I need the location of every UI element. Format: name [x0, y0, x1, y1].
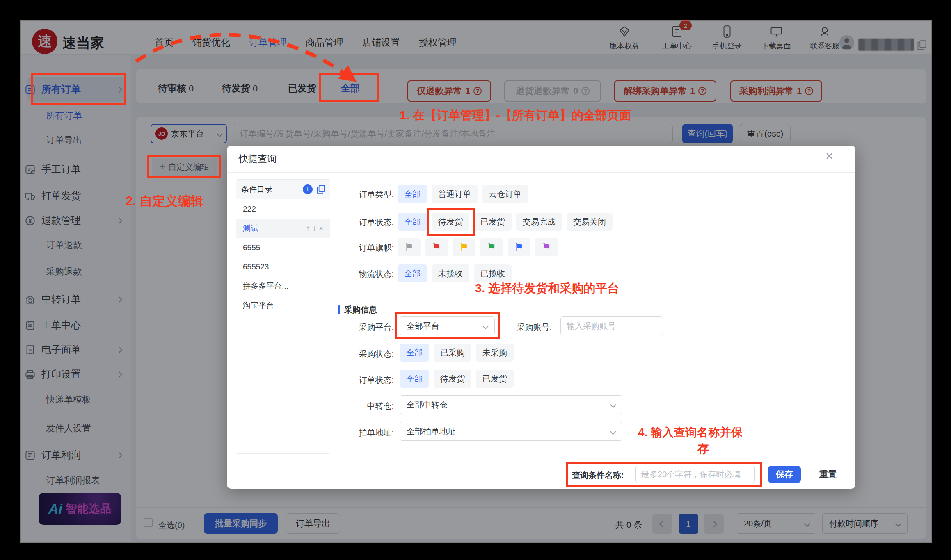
modal-reset-button[interactable]: 重置: [812, 466, 844, 483]
purchase-info-section: 采购信息: [338, 304, 377, 315]
order-type-label: 订单类型:: [340, 189, 394, 200]
move-up-icon[interactable]: ↑: [306, 224, 310, 233]
option-shipped[interactable]: 已发货: [474, 213, 512, 231]
logistics-status-label: 物流状态:: [340, 269, 394, 280]
option-trade-closed[interactable]: 交易关闭: [567, 213, 613, 231]
option-all[interactable]: 全部: [398, 213, 427, 231]
flag-red-icon[interactable]: ⚑: [425, 238, 448, 256]
annotation-box-all-orders: [31, 73, 126, 105]
condition-catalog-panel: 条件目录 + 222 测试 ↑ ↓ × 6555 655523 拼多多平台...…: [236, 179, 330, 454]
purchase-platform-label: 采购平台:: [340, 322, 394, 333]
close-icon[interactable]: ×: [825, 148, 833, 164]
option-trade-complete[interactable]: 交易完成: [516, 213, 562, 231]
add-condition-icon[interactable]: +: [303, 184, 313, 194]
option-all[interactable]: 全部: [398, 264, 427, 282]
order-type-options: 全部 普通订单 云仓订单: [398, 185, 528, 203]
purchase-status-label: 采购状态:: [340, 348, 394, 360]
annotation-step2: 2. 自定义编辑: [126, 193, 203, 210]
option-pending-ship[interactable]: 待发货: [434, 370, 471, 388]
screenshot-stage: 速 速当家 首页 铺货优化 订单管理 商品管理 店铺设置 授权管理 版本权益 2…: [0, 0, 951, 560]
purchase-account-label: 采购账号:: [503, 322, 552, 333]
flag-blue-icon[interactable]: ⚑: [508, 238, 530, 256]
option-normal-order[interactable]: 普通订单: [432, 185, 478, 203]
annotation-step3: 3. 选择待发货和采购的平台: [475, 280, 619, 297]
delete-icon[interactable]: ×: [319, 224, 323, 233]
transit-warehouse-label: 中转仓:: [340, 401, 394, 412]
option-purchased[interactable]: 已采购: [434, 344, 471, 362]
purchase-account-input[interactable]: [560, 316, 663, 335]
order-flag-label: 订单旗帜:: [340, 242, 394, 253]
copy-doc-icon[interactable]: [317, 185, 325, 194]
annotation-step4-line2: 存: [697, 441, 709, 457]
purchase-order-status-options: 全部 待发货 已发货: [400, 370, 514, 388]
transit-warehouse-select[interactable]: 全部中转仓: [400, 395, 622, 414]
order-address-label: 拍单地址:: [340, 427, 394, 438]
annotation-step4-line1: 4. 输入查询名称并保: [638, 425, 743, 440]
annotation-box-pending-ship: [427, 208, 475, 236]
purchase-order-status-label: 订单状态:: [340, 375, 394, 386]
option-not-purchased[interactable]: 未采购: [476, 344, 514, 362]
option-not-collected[interactable]: 未揽收: [432, 264, 469, 282]
option-all[interactable]: 全部: [400, 370, 429, 388]
modal-footer-divider: [227, 460, 855, 460]
chevron-down-icon: [610, 428, 617, 435]
catalog-item[interactable]: 222: [236, 199, 330, 219]
modal-title: 快捷查询: [239, 153, 277, 165]
option-all[interactable]: 全部: [400, 344, 429, 362]
annotation-box-purchase-platform: [395, 312, 500, 339]
section-bar: [338, 305, 340, 314]
catalog-item[interactable]: 655523: [236, 257, 330, 276]
chevron-down-icon: [610, 401, 617, 408]
flag-purple-icon[interactable]: ⚑: [535, 238, 558, 256]
flag-green-icon[interactable]: ⚑: [480, 238, 503, 256]
logistics-options: 全部 未揽收 已揽收: [398, 264, 512, 282]
annotation-box-custom-edit: [147, 155, 221, 178]
catalog-item[interactable]: 6555: [236, 238, 330, 257]
flag-yellow-icon[interactable]: ⚑: [453, 238, 476, 256]
annotation-box-query-name: [566, 462, 762, 487]
annotation-step1: 1. 在【订单管理】-【所有订单】的全部页面: [400, 107, 631, 124]
modal-header-divider: [227, 172, 855, 173]
catalog-item[interactable]: 拼多多平台...: [236, 276, 330, 296]
order-status-label: 订单状态:: [340, 217, 394, 228]
catalog-item[interactable]: 淘宝平台: [236, 296, 330, 315]
move-down-icon[interactable]: ↓: [312, 224, 316, 233]
option-cloud-order[interactable]: 云仓订单: [482, 185, 528, 203]
order-flag-options: ⚑ ⚑ ⚑ ⚑ ⚑ ⚑: [398, 238, 558, 256]
option-shipped[interactable]: 已发货: [476, 370, 514, 388]
catalog-header: 条件目录 +: [236, 180, 330, 199]
flag-gray-icon[interactable]: ⚑: [398, 238, 421, 256]
catalog-item-selected[interactable]: 测试 ↑ ↓ ×: [236, 219, 330, 238]
annotation-box-tab-all: [319, 73, 379, 102]
order-address-select[interactable]: 全部拍单地址: [400, 422, 622, 441]
option-collected[interactable]: 已揽收: [474, 264, 512, 282]
purchase-status-options: 全部 已采购 未采购: [400, 344, 514, 362]
option-all[interactable]: 全部: [398, 185, 427, 203]
save-button[interactable]: 保存: [768, 466, 801, 483]
